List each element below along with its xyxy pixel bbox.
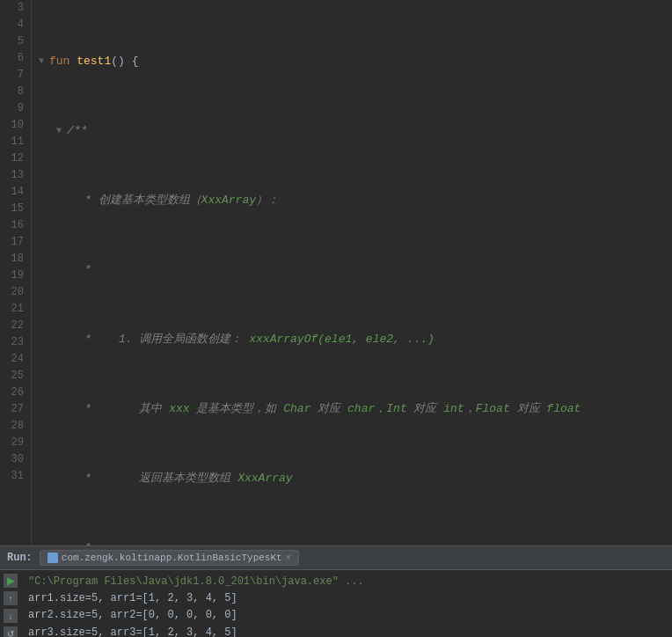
run-tab-close[interactable]: × [286, 553, 291, 563]
console-line-2: arr1.size=5, arr1=[1, 2, 3, 4, 5] [28, 590, 665, 607]
run-bar: Run: com.zengk.koltinapp.KotlinBasicType… [0, 545, 672, 570]
line-numbers: 3 4 5 6 7 8 9 10 11 12 13 14 15 16 17 18… [0, 0, 32, 545]
console-content: "C:\Program Files\Java\jdk1.8.0_201\bin\… [28, 574, 665, 637]
console-line-1: "C:\Program Files\Java\jdk1.8.0_201\bin\… [28, 574, 665, 590]
stop-button[interactable]: ↑ [4, 591, 18, 605]
run-tab-name: com.zengk.koltinapp.KotlinBasicTypesKt [62, 553, 282, 563]
code-line-9: * 返回基本类型数组 XxxArray [39, 470, 665, 487]
code-line-6: * [39, 261, 665, 278]
code-line-10: * [39, 539, 665, 545]
console-controls: ▶ ↑ ↓ ↺ [4, 574, 18, 637]
console-line-3: arr2.size=5, arr2=[0, 0, 0, 0, 0] [28, 607, 665, 624]
code-line-4: ▼/** [39, 122, 665, 139]
code-area[interactable]: ▼fun test1() { ▼/** * 创建基本类型数组（XxxArray）… [32, 0, 672, 545]
code-line-3: ▼fun test1() { [39, 53, 665, 70]
run-tab[interactable]: com.zengk.koltinapp.KotlinBasicTypesKt × [40, 550, 299, 566]
scroll-down-button[interactable]: ↓ [4, 609, 18, 623]
code-line-8: * 其中 xxx 是基本类型，如 Char 对应 char，Int 对应 int… [39, 400, 665, 417]
editor-area: 3 4 5 6 7 8 9 10 11 12 13 14 15 16 17 18… [0, 0, 672, 545]
tab-kotlin-icon [47, 553, 58, 563]
code-line-7: * 1. 调用全局函数创建： xxxArrayOf(ele1, ele2, ..… [39, 331, 665, 348]
rerun-button[interactable]: ↺ [4, 626, 18, 637]
run-label: Run: [7, 552, 33, 564]
console-area: ▶ ↑ ↓ ↺ "C:\Program Files\Java\jdk1.8.0_… [0, 570, 672, 637]
run-button[interactable]: ▶ [4, 574, 18, 588]
code-line-5: * 创建基本类型数组（XxxArray）： [39, 192, 665, 209]
console-line-4: arr3.size=5, arr3=[1, 2, 3, 4, 5] [28, 625, 665, 637]
